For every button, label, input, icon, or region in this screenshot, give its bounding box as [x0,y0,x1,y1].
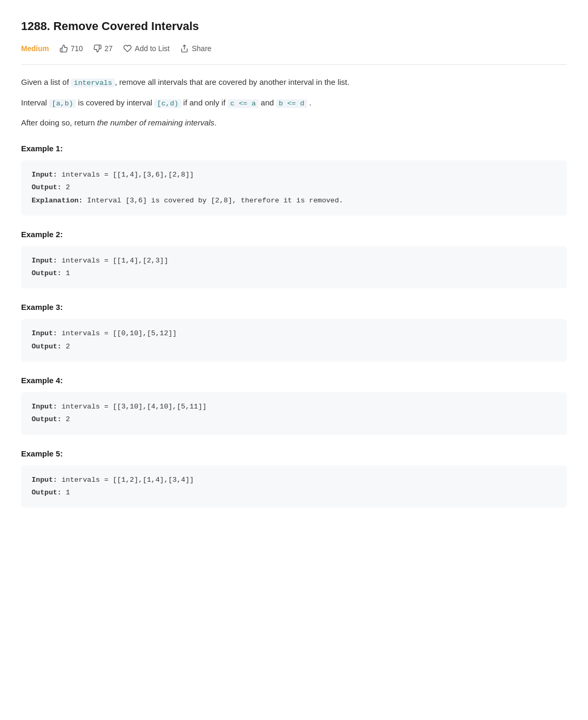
thumbs-up-icon [60,44,68,53]
meta-row: Medium 710 27 Add to List Share [21,43,567,64]
example-1-title: Example 1: [21,142,567,155]
share-label: Share [192,44,211,53]
clea-code: c <= a [228,99,259,108]
downvote-count: 27 [104,44,113,53]
problem-description: Given a list of intervals, remove all in… [21,75,567,130]
problem-title: 1288. Remove Covered Intervals [21,17,567,35]
difficulty-badge: Medium [21,43,49,54]
example-2: Example 2:Input: intervals = [[1,4],[2,3… [21,228,567,289]
example-1: Example 1:Input: intervals = [[1,4],[3,6… [21,142,567,216]
example-4: Example 4:Input: intervals = [[3,10],[4,… [21,374,567,435]
share-button[interactable]: Share [180,44,211,53]
example-5-code: Input: intervals = [[1,2],[1,4],[3,4]] O… [21,465,567,508]
ab-code: [a,b) [49,99,76,108]
example-4-title: Example 4: [21,374,567,387]
thumbs-down-icon [93,44,102,53]
share-icon [180,44,189,53]
description-line3: After doing so, return the number of rem… [21,116,567,130]
add-to-list-label: Add to List [135,44,170,53]
upvote-button[interactable]: 710 [60,44,83,53]
upvote-count: 710 [71,44,83,53]
description-line1: Given a list of intervals, remove all in… [21,75,567,90]
description-line2: Interval [a,b) is covered by interval [c… [21,96,567,110]
heart-icon [123,44,132,53]
downvote-button[interactable]: 27 [93,44,113,53]
cd-code: [c,d) [154,99,181,108]
example-1-code: Input: intervals = [[1,4],[3,6],[2,8]] O… [21,160,567,216]
example-2-title: Example 2: [21,228,567,241]
example-3-title: Example 3: [21,301,567,314]
intervals-code: intervals [71,79,115,87]
bled-code: b <= d [276,99,307,108]
example-5: Example 5:Input: intervals = [[1,2],[1,4… [21,447,567,508]
example-5-title: Example 5: [21,447,567,460]
examples-container: Example 1:Input: intervals = [[1,4],[3,6… [21,142,567,508]
add-to-list-button[interactable]: Add to List [123,44,170,53]
example-4-code: Input: intervals = [[3,10],[4,10],[5,11]… [21,392,567,435]
example-3: Example 3:Input: intervals = [[0,10],[5,… [21,301,567,362]
example-3-code: Input: intervals = [[0,10],[5,12]] Outpu… [21,319,567,362]
example-2-code: Input: intervals = [[1,4],[2,3]] Output:… [21,246,567,289]
